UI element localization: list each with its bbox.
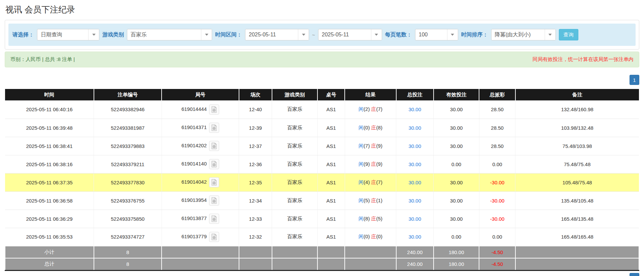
- cell-remark: 103.98/132.48: [515, 119, 639, 137]
- total-bet-link[interactable]: 30.00: [409, 125, 421, 131]
- table-row: 2025-05-11 06:38:16522493379211619014140…: [5, 155, 639, 173]
- video-icon[interactable]: [209, 232, 219, 242]
- video-icon[interactable]: [209, 195, 219, 206]
- chevron-down-icon[interactable]: [447, 29, 458, 40]
- subtotal-empty-cell: [272, 246, 318, 258]
- pagination-page-1-bottom[interactable]: 1: [630, 273, 639, 276]
- cell-bet-id: 522493375850: [94, 210, 162, 228]
- cell-time: 2025-05-11 06:36:58: [5, 191, 94, 210]
- column-header: 场次: [239, 89, 272, 100]
- result-player-label: 闲: [359, 161, 364, 167]
- result-player-score: (5): [364, 197, 370, 203]
- date-to-select[interactable]: 2025-05-11: [318, 29, 382, 40]
- pagination-page-1[interactable]: 1: [630, 75, 639, 85]
- column-header: 桌号: [317, 89, 345, 100]
- table-row: 2025-05-11 06:37:35522493377830619014042…: [5, 173, 639, 191]
- cell-payout: -30.00: [479, 210, 515, 228]
- cell-game-type: 百家乐: [272, 155, 318, 173]
- subtotal-total-bet: 240.00: [396, 246, 434, 258]
- total-bet-link[interactable]: 30.00: [409, 106, 421, 112]
- cell-payout: -30.00: [479, 191, 515, 210]
- cell-total-bet: 30.00: [396, 191, 434, 210]
- cell-table-no: AS1: [317, 119, 345, 137]
- chevron-down-icon[interactable]: [201, 29, 212, 40]
- sort-select[interactable]: 降冪(由大到小): [491, 29, 556, 40]
- total-bet-link[interactable]: 30.00: [409, 198, 421, 204]
- cell-result: 闲(8) 庄(5): [345, 210, 396, 228]
- cell-round: 619014140: [162, 155, 239, 173]
- cell-bet-id: 522493381987: [94, 119, 162, 137]
- cell-session: 12-34: [239, 191, 272, 210]
- total-bet-link[interactable]: 30.00: [409, 216, 421, 222]
- subtotal-empty-cell: [239, 246, 272, 258]
- chevron-down-icon: [548, 34, 552, 36]
- cell-total-bet: 30.00: [396, 137, 434, 155]
- chevron-down-icon[interactable]: [545, 29, 555, 40]
- cell-bet-id: 522493382946: [94, 100, 162, 119]
- cell-table-no: AS1: [317, 228, 345, 246]
- cell-remark: 75.48/103.98: [515, 137, 639, 155]
- game-type-select[interactable]: 百家乐: [127, 29, 212, 40]
- round-number: 619014202: [181, 143, 207, 148]
- total-empty-cell: [239, 258, 272, 270]
- game-type-label: 游戏类别: [102, 31, 124, 38]
- pagination-top: 1: [5, 75, 639, 85]
- cell-table-no: AS1: [317, 191, 345, 210]
- subtotal-empty-cell: [317, 246, 345, 258]
- cell-valid-bet: 30.00: [434, 210, 479, 228]
- result-banker-score: (9): [376, 161, 382, 167]
- cell-bet-id: 522493374727: [94, 228, 162, 246]
- query-type-select[interactable]: 日期查询: [37, 29, 99, 40]
- video-icon[interactable]: [209, 159, 219, 169]
- search-button[interactable]: 查询: [559, 29, 578, 40]
- column-header: 结果: [345, 89, 396, 100]
- round-number: 619013877: [181, 215, 207, 221]
- video-icon[interactable]: [209, 104, 219, 115]
- chevron-down-icon[interactable]: [371, 29, 382, 40]
- video-icon[interactable]: [209, 214, 219, 224]
- column-header: 注单编号: [94, 89, 162, 100]
- per-page-select[interactable]: 100: [415, 29, 458, 40]
- video-file-icon: [211, 234, 217, 240]
- result-banker-label: 庄: [371, 125, 376, 130]
- table-row: 2025-05-11 06:36:58522493376755619013954…: [5, 191, 639, 210]
- cell-bet-id: 522493376755: [94, 191, 162, 210]
- video-icon[interactable]: [209, 177, 219, 187]
- bet-records-table: 时间注单编号局号场次游戏类别桌号结果总投注有效投注总派彩备注 2025-05-1…: [5, 89, 639, 271]
- result-banker-label: 庄: [371, 216, 376, 221]
- chevron-down-icon[interactable]: [298, 29, 309, 40]
- cell-round: 619013877: [162, 210, 239, 228]
- date-from-select[interactable]: 2025-05-11: [245, 29, 309, 40]
- video-icon[interactable]: [209, 123, 219, 133]
- total-bet-link[interactable]: 30.00: [409, 180, 421, 185]
- subtotal-payout: -4.50: [479, 246, 515, 258]
- per-page-value: 100: [415, 32, 428, 38]
- total-bet-link[interactable]: 30.00: [409, 143, 421, 149]
- result-banker-score: (9): [376, 143, 382, 149]
- video-file-icon: [211, 124, 217, 131]
- total-bet-link[interactable]: 30.00: [409, 161, 421, 167]
- cell-result: 闲(0) 庄(0): [345, 228, 396, 246]
- column-header: 局号: [162, 89, 239, 100]
- video-icon[interactable]: [209, 141, 219, 151]
- filter-bar: 请选择： 日期查询 游戏类别 百家乐 时间区间： 2025-05-11 ~ 20…: [8, 24, 636, 46]
- cell-table-no: AS1: [317, 155, 345, 173]
- chevron-down-icon[interactable]: [88, 29, 99, 40]
- subtotal-row: 小计 8 240.00 180.00 -4.50: [5, 246, 639, 258]
- round-number: 619013954: [181, 197, 207, 203]
- table-footer: 小计 8 240.00 180.00 -4.50 总计 8 2: [5, 246, 639, 270]
- query-type-label: 请选择：: [12, 31, 34, 38]
- result-banker-label: 庄: [371, 179, 376, 185]
- round-number: 619014140: [181, 161, 207, 166]
- page-title: 视讯 会员下注纪录: [5, 4, 639, 15]
- cell-valid-bet: 0.00: [434, 155, 479, 173]
- video-file-icon: [211, 143, 217, 149]
- total-bet-link[interactable]: 30.00: [409, 234, 421, 240]
- per-page-label: 每页笔数：: [385, 31, 412, 38]
- cell-result: 闲(4) 庄(7): [345, 173, 396, 191]
- result-player-label: 闲: [359, 125, 364, 130]
- cell-game-type: 百家乐: [272, 137, 318, 155]
- time-range-label: 时间区间：: [215, 31, 242, 38]
- cell-session: 12-40: [239, 100, 272, 119]
- round-number: 619014042: [181, 179, 207, 185]
